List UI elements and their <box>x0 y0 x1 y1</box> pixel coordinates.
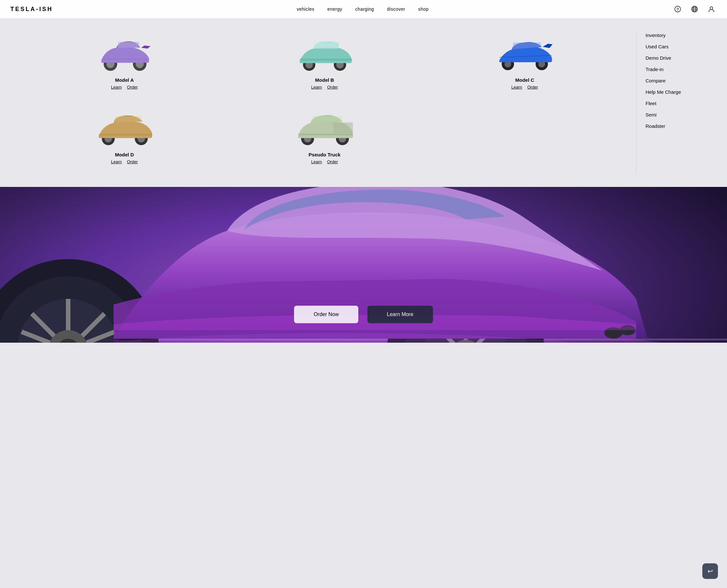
pseudo-truck-order[interactable]: Order <box>327 159 338 164</box>
logo: TESLA-ISH <box>11 6 53 13</box>
main-header: TESLA-ISH vehicles energy charging disco… <box>0 0 727 18</box>
model-b-links: Learn Order <box>311 85 338 89</box>
vehicles-grid: Model A Learn Order <box>26 31 636 174</box>
sidebar-compare[interactable]: Compare <box>646 78 701 83</box>
vehicle-card-model-b: Model B Learn Order <box>226 31 423 99</box>
model-a-name: Model A <box>115 77 134 83</box>
sidebar-fleet[interactable]: Fleet <box>646 101 701 106</box>
svg-text:?: ? <box>677 7 679 12</box>
learn-more-button[interactable]: Learn More <box>367 306 433 323</box>
sidebar-semi[interactable]: Semi <box>646 112 701 118</box>
sidebar-roadster[interactable]: Roadster <box>646 123 701 129</box>
model-a-links: Learn Order <box>111 85 138 89</box>
model-a-order[interactable]: Order <box>127 85 138 89</box>
vehicle-card-model-c: Model C Learn Order <box>426 31 623 99</box>
pseudo-truck-learn[interactable]: Learn <box>311 159 322 164</box>
svg-rect-25 <box>99 134 152 135</box>
model-c-name: Model C <box>515 77 534 83</box>
header-icons: ? <box>672 4 716 14</box>
model-d-learn[interactable]: Learn <box>111 159 122 164</box>
svg-rect-30 <box>333 122 353 133</box>
svg-rect-31 <box>298 134 353 135</box>
vehicle-image-model-a <box>94 35 155 74</box>
model-c-order[interactable]: Order <box>527 85 538 89</box>
globe-icon[interactable] <box>689 4 700 14</box>
nav-energy[interactable]: energy <box>328 6 342 12</box>
model-d-links: Learn Order <box>111 159 138 164</box>
model-d-name: Model D <box>115 152 134 158</box>
nav-discover[interactable]: discover <box>387 6 405 12</box>
main-nav: vehicles energy charging discover shop <box>297 6 429 12</box>
sidebar-help-charge[interactable]: Help Me Charge <box>646 89 701 95</box>
model-b-learn[interactable]: Learn <box>311 85 322 89</box>
model-b-order[interactable]: Order <box>327 85 338 89</box>
vehicle-image-model-b <box>294 35 355 74</box>
model-c-learn[interactable]: Learn <box>511 85 522 89</box>
order-now-button[interactable]: Order Now <box>294 306 358 323</box>
model-b-name: Model B <box>315 77 334 83</box>
vehicle-card-model-a: Model A Learn Order <box>26 31 223 99</box>
svg-point-7 <box>710 7 713 9</box>
vehicle-card-pseudo-truck: Pseudo Truck Learn Order <box>226 106 423 174</box>
hero-buttons: Order Now Learn More <box>294 306 433 323</box>
sidebar-trade-in[interactable]: Trade-in <box>646 66 701 72</box>
sidebar-used-cars[interactable]: Used Cars <box>646 44 701 49</box>
vehicle-image-model-c <box>494 35 556 74</box>
vehicle-image-model-d <box>94 109 155 148</box>
pseudo-truck-name: Pseudo Truck <box>309 152 340 158</box>
nav-charging[interactable]: charging <box>355 6 374 12</box>
nav-vehicles[interactable]: vehicles <box>297 6 314 12</box>
help-icon[interactable]: ? <box>672 4 683 14</box>
sidebar-demo-drive[interactable]: Demo Drive <box>646 55 701 61</box>
pseudo-truck-links: Learn Order <box>311 159 338 164</box>
svg-rect-16 <box>299 58 352 61</box>
nav-shop[interactable]: shop <box>418 6 429 12</box>
vehicles-sidebar: Inventory Used Cars Demo Drive Trade-in … <box>636 31 701 174</box>
vehicle-card-model-d: Model D Learn Order <box>26 106 223 174</box>
model-a-learn[interactable]: Learn <box>111 85 122 89</box>
model-c-links: Learn Order <box>511 85 538 89</box>
vehicles-dropdown: Model A Learn Order <box>0 18 727 187</box>
model-d-order[interactable]: Order <box>127 159 138 164</box>
user-icon[interactable] <box>706 4 716 14</box>
vehicle-image-pseudo-truck <box>294 109 355 148</box>
hero-section: Order Now Learn More <box>0 187 727 343</box>
sidebar-inventory[interactable]: Inventory <box>646 33 701 38</box>
